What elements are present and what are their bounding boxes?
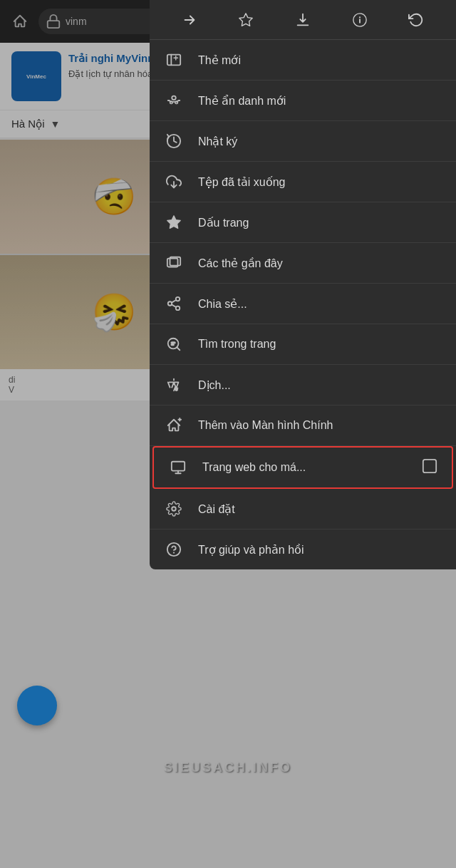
svg-point-30 (172, 507, 176, 511)
new-tab-label: Thẻ mới (198, 53, 442, 67)
menu-item-new-tab[interactable]: Thẻ mới (150, 40, 456, 81)
menu-star-icon[interactable] (233, 7, 259, 33)
desktop-mode-icon (168, 458, 188, 477)
desktop-mode-label: Trang web cho má... (202, 461, 408, 474)
downloads-icon (164, 172, 184, 192)
recent-tabs-label: Các thẻ gần đây (198, 257, 442, 270)
svg-line-19 (172, 300, 176, 303)
find-label: Tìm trong trang (198, 338, 442, 351)
menu-item-history[interactable]: Nhật ký (150, 121, 456, 162)
menu-item-settings[interactable]: Cài đặt (150, 489, 456, 529)
share-label: Chia sẻ... (198, 297, 442, 311)
downloads-label: Tệp đã tải xuống (198, 175, 442, 189)
incognito-icon (164, 91, 184, 110)
bookmarks-label: Dấu trang (198, 216, 442, 229)
help-label: Trợ giúp và phản hồi (198, 543, 442, 557)
menu-download-icon[interactable] (290, 7, 316, 33)
menu-top-bar (150, 0, 456, 40)
menu-info-icon[interactable] (347, 7, 373, 33)
menu-item-recent-tabs[interactable]: Các thẻ gần đây (150, 243, 456, 284)
svg-rect-29 (423, 460, 436, 472)
menu-item-bookmarks[interactable]: Dấu trang (150, 202, 456, 243)
add-home-label: Thêm vào Màn hình Chính (198, 419, 442, 432)
svg-rect-5 (167, 55, 180, 66)
svg-point-32 (174, 552, 175, 553)
menu-item-find[interactable]: Tìm trong trang (150, 324, 456, 365)
menu-forward-icon[interactable] (177, 7, 202, 33)
menu-item-help[interactable]: Trợ giúp và phản hồi (150, 529, 456, 569)
settings-icon (164, 499, 184, 519)
menu-item-desktop-mode[interactable]: Trang web cho má... (152, 446, 453, 489)
incognito-label: Thẻ ẩn danh mới (198, 94, 442, 108)
add-home-icon (164, 415, 184, 435)
translate-icon: G (164, 375, 184, 395)
help-icon (164, 539, 184, 559)
svg-point-4 (359, 16, 360, 17)
history-icon (164, 131, 184, 151)
recent-tabs-icon (164, 253, 184, 273)
svg-rect-26 (172, 462, 185, 471)
menu-item-add-home[interactable]: Thêm vào Màn hình Chính (150, 405, 456, 446)
menu-item-share[interactable]: Chia sẻ... (150, 284, 456, 324)
svg-line-18 (172, 304, 176, 307)
share-icon (164, 294, 184, 314)
settings-label: Cài đặt (198, 502, 442, 516)
svg-point-9 (172, 96, 176, 100)
menu-refresh-icon[interactable] (403, 7, 429, 33)
translate-label: Dịch... (198, 378, 442, 392)
svg-rect-21 (171, 342, 175, 343)
menu-item-incognito[interactable]: Thẻ ẩn danh mới (150, 81, 456, 121)
new-tab-icon (164, 50, 184, 70)
svg-text:G: G (175, 388, 178, 391)
context-menu: Thẻ mới Thẻ ẩn danh mới Nhật ký (150, 0, 456, 569)
svg-rect-22 (171, 344, 174, 345)
menu-item-downloads[interactable]: Tệp đã tải xuống (150, 162, 456, 202)
desktop-mode-checkbox[interactable] (422, 458, 437, 477)
bookmarks-icon (164, 212, 184, 232)
menu-item-translate[interactable]: G Dịch... (150, 365, 456, 405)
history-label: Nhật ký (198, 135, 442, 148)
find-icon (164, 334, 184, 354)
